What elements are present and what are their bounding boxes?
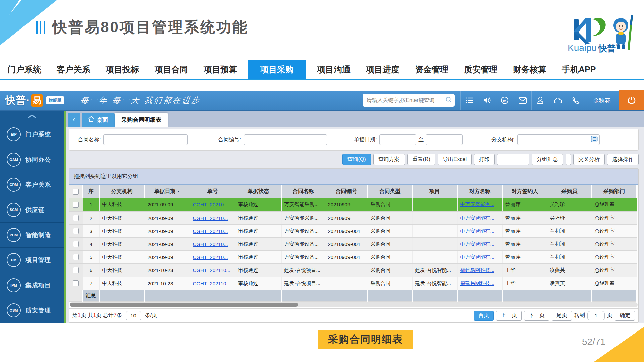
counterparty-link[interactable]: 中万安智能有... <box>460 228 495 234</box>
select-all-checkbox[interactable] <box>73 189 79 195</box>
table-row[interactable]: 4中天科技2021-09-09CGHT–20210...审核通过万安智能设备..… <box>69 238 637 251</box>
toolbar-button-2[interactable]: 重置(R) <box>407 154 435 165</box>
counterparty-link[interactable]: 中万安智能有... <box>460 254 495 260</box>
nav-tab-7[interactable]: 项目进度 <box>361 60 404 79</box>
row-checkbox[interactable] <box>73 202 79 208</box>
sidebar-item-qsm[interactable]: QSM质安管理 <box>0 298 64 323</box>
table-row[interactable]: 6中天科技2021-10-23CGHT–202110...审核通过建发·吾悦项目… <box>69 264 637 277</box>
col-header-7[interactable]: 合同类型 <box>368 185 412 198</box>
nav-tab-5[interactable]: 项目采购 <box>248 60 306 79</box>
row-checkbox[interactable] <box>73 280 79 286</box>
row-checkbox[interactable] <box>73 267 79 273</box>
phone-icon[interactable] <box>567 90 585 110</box>
toolbar-button-9[interactable]: 选择操作 <box>607 154 639 165</box>
sidebar-item-pm[interactable]: PM项目管理 <box>0 248 64 273</box>
table-row[interactable]: 3中天科技2021-09-09CGHT–20210...审核通过万安智能设备..… <box>69 225 637 238</box>
col-header-4[interactable]: 单据状态 <box>235 185 281 198</box>
col-header-8[interactable]: 项目 <box>412 185 457 198</box>
nav-tab-0[interactable]: 门户系统 <box>3 60 46 79</box>
counterparty-link[interactable]: 福建易网科技... <box>460 267 495 273</box>
mail-icon[interactable] <box>514 90 531 110</box>
list-icon[interactable] <box>460 90 478 110</box>
row-checkbox[interactable] <box>73 254 79 260</box>
toolbar-button-1[interactable]: 查询方案 <box>373 154 405 165</box>
row-checkbox[interactable] <box>73 228 79 234</box>
date-to-input[interactable] <box>426 134 463 145</box>
toolbar-button-8[interactable]: 交叉分析 <box>573 154 605 165</box>
col-header-12[interactable]: 采购部门 <box>592 185 637 198</box>
nav-tab-1[interactable]: 客户关系 <box>52 60 95 79</box>
counterparty-link[interactable]: 中万安智能有... <box>460 215 495 221</box>
pager-button-1[interactable]: 上一页 <box>496 311 522 321</box>
toolbar-blank-button[interactable] <box>497 154 529 165</box>
col-header-0[interactable]: 序 <box>83 185 99 198</box>
col-header-10[interactable]: 对方签约人 <box>502 185 547 198</box>
col-header-6[interactable]: 合同编号 <box>325 185 368 198</box>
row-checkbox[interactable] <box>73 241 79 247</box>
col-header-3[interactable]: 单号 <box>190 185 235 198</box>
pager-button-3[interactable]: 尾页 <box>552 311 572 321</box>
branch-lookup-icon[interactable] <box>591 136 598 144</box>
nav-tab-6[interactable]: 项目沟通 <box>312 60 355 79</box>
table-row[interactable]: 2中天科技2021-09-09CGHT–20210...审核通过万安智能采购..… <box>69 212 637 225</box>
contract-name-input[interactable] <box>103 134 188 145</box>
nav-tab-8[interactable]: 资金管理 <box>410 60 453 79</box>
branch-input[interactable] <box>517 134 600 145</box>
back-button[interactable]: ‹ <box>68 113 80 127</box>
row-checkbox[interactable] <box>73 215 79 221</box>
toolbar-button-0[interactable]: 查询(Q) <box>342 154 371 165</box>
nav-tab-9[interactable]: 质安管理 <box>459 60 502 79</box>
sidebar-item-ipm[interactable]: IPM集成项目 <box>0 273 64 298</box>
toolbar-button-3[interactable]: 导出Excel <box>438 154 472 165</box>
sidebar-splitter[interactable] <box>64 111 66 323</box>
pager-button-0[interactable]: 首页 <box>474 311 494 321</box>
toolbar-button-4[interactable]: 打印 <box>474 154 495 165</box>
counterparty-link[interactable]: 中万安智能有... <box>460 201 495 207</box>
speaker-icon[interactable] <box>478 90 496 110</box>
scrollbar-thumb[interactable] <box>70 303 298 307</box>
nav-tab-11[interactable]: 手机APP <box>557 60 600 79</box>
sidebar-item-eip[interactable]: EIP门户系统 <box>0 122 64 147</box>
date-from-input[interactable] <box>379 134 416 145</box>
table-row[interactable]: 7中天科技2021-10-23CGHT–202110...审核通过建发·吾悦项目… <box>69 277 637 290</box>
im-icon[interactable]: IM <box>496 90 514 110</box>
doc-number-link[interactable]: CGHT–20210... <box>193 215 228 221</box>
col-header-5[interactable]: 合同名称 <box>281 185 325 198</box>
counterparty-link[interactable]: 福建易网科技... <box>460 280 495 286</box>
toolbar-button-6[interactable]: 分组汇总 <box>532 154 563 165</box>
pager-button-2[interactable]: 下一页 <box>524 311 549 321</box>
tab-purchase-contract-detail[interactable]: 采购合同明细表 <box>115 113 168 127</box>
nav-tab-4[interactable]: 项目预算 <box>199 60 242 79</box>
doc-number-link[interactable]: CGHT–20210... <box>193 228 228 234</box>
table-row[interactable]: 1中天科技2021-09-09CGHT–20210...审核通过万安智能采购..… <box>69 198 637 212</box>
doc-number-link[interactable]: CGHT–202110... <box>193 267 230 273</box>
cloud-icon[interactable] <box>549 90 567 110</box>
sidebar-item-scm[interactable]: SCM供应链 <box>0 197 64 223</box>
sidebar-item-oam[interactable]: OAM协同办公 <box>0 147 64 172</box>
counterparty-link[interactable]: 中万安智能有... <box>460 241 495 247</box>
sidebar-item-crm[interactable]: CRM客户关系 <box>0 172 64 197</box>
doc-number-link[interactable]: CGHT–20210... <box>193 241 228 247</box>
power-icon[interactable] <box>619 90 644 110</box>
search-input[interactable] <box>367 97 445 103</box>
person-icon[interactable] <box>531 90 549 110</box>
table-row[interactable]: 5中天科技2021-09-09CGHT–20210...审核通过万安智能设备..… <box>69 251 637 264</box>
group-by-bar[interactable]: 拖拽列头到这里以用它分组 <box>69 169 638 185</box>
nav-tab-2[interactable]: 项目投标 <box>101 60 144 79</box>
col-header-11[interactable]: 采购员 <box>547 185 592 198</box>
col-header-2[interactable]: 单据日期▲ <box>145 185 190 198</box>
col-header-1[interactable]: 分支机构 <box>99 185 145 198</box>
sidebar-collapse-icon[interactable] <box>0 111 64 122</box>
contract-no-input[interactable] <box>244 134 327 145</box>
sidebar-item-pcm[interactable]: PCM智能制造 <box>0 223 64 248</box>
page-size-input[interactable] <box>126 311 141 320</box>
doc-number-link[interactable]: CGHT–202110... <box>193 281 230 286</box>
doc-number-link[interactable]: CGHT–20210... <box>193 254 228 260</box>
search-icon[interactable] <box>445 96 452 104</box>
nav-tab-3[interactable]: 项目合同 <box>150 60 193 79</box>
tab-desktop[interactable]: 桌面 <box>82 113 115 127</box>
goto-confirm-button[interactable]: 确定 <box>615 311 635 321</box>
nav-tab-10[interactable]: 财务核算 <box>508 60 551 79</box>
goto-page-input[interactable] <box>587 311 605 320</box>
doc-number-link[interactable]: CGHT–20210... <box>193 202 228 207</box>
